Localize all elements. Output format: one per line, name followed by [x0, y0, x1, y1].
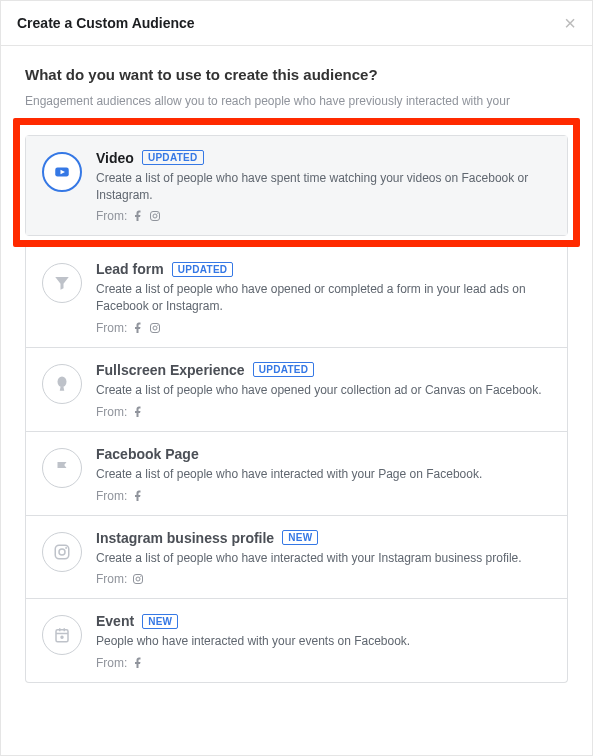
option-title: Video: [96, 150, 134, 166]
option-desc: Create a list of people who have spent t…: [96, 170, 551, 204]
option-desc: Create a list of people who have interac…: [96, 466, 551, 483]
calendar-icon: [42, 615, 82, 655]
from-label: From:: [96, 209, 127, 223]
svg-point-6: [157, 325, 158, 326]
modal-title: Create a Custom Audience: [17, 15, 195, 31]
option-desc: Create a list of people who have interac…: [96, 550, 551, 567]
badge-new: NEW: [142, 614, 178, 629]
svg-point-2: [153, 214, 157, 218]
flag-icon: [42, 448, 82, 488]
svg-point-12: [136, 577, 140, 581]
instagram-icon: [42, 532, 82, 572]
facebook-icon: [132, 657, 144, 669]
video-icon: [42, 152, 82, 192]
option-desc: Create a list of people who have opened …: [96, 281, 551, 315]
option-title: Fullscreen Experience: [96, 362, 245, 378]
badge-updated: UPDATED: [253, 362, 315, 377]
option-leadform[interactable]: Lead form UPDATED Create a list of peopl…: [26, 247, 567, 348]
option-title: Event: [96, 613, 134, 629]
option-title: Instagram business profile: [96, 530, 274, 546]
from-row: From:: [96, 321, 551, 335]
facebook-icon: [132, 210, 144, 222]
from-row: From:: [96, 656, 551, 670]
svg-point-15: [61, 637, 63, 639]
svg-point-10: [65, 546, 67, 548]
from-row: From:: [96, 405, 551, 419]
option-desc: People who have interacted with your eve…: [96, 633, 551, 650]
from-label: From:: [96, 656, 127, 670]
badge-new: NEW: [282, 530, 318, 545]
option-desc: Create a list of people who have opened …: [96, 382, 551, 399]
instagram-icon: [132, 573, 144, 585]
modal-body: What do you want to use to create this a…: [1, 46, 592, 703]
funnel-icon: [42, 263, 82, 303]
modal-header: Create a Custom Audience ×: [1, 1, 592, 46]
svg-point-3: [157, 213, 158, 214]
from-label: From:: [96, 321, 127, 335]
option-list-rest: Lead form UPDATED Create a list of peopl…: [25, 247, 568, 683]
highlight-box: Video UPDATED Create a list of people wh…: [13, 118, 580, 248]
balloon-icon: [42, 364, 82, 404]
svg-point-5: [153, 326, 157, 330]
facebook-icon: [132, 490, 144, 502]
facebook-icon: [132, 322, 144, 334]
svg-point-9: [59, 549, 65, 555]
audience-subtext: Engagement audiences allow you to reach …: [25, 93, 568, 110]
from-label: From:: [96, 572, 127, 586]
option-title: Lead form: [96, 261, 164, 277]
from-label: From:: [96, 405, 127, 419]
option-igprofile[interactable]: Instagram business profile NEW Create a …: [26, 516, 567, 600]
audience-question: What do you want to use to create this a…: [25, 66, 568, 83]
option-event[interactable]: Event NEW People who have interacted wit…: [26, 599, 567, 682]
from-row: From:: [96, 489, 551, 503]
from-row: From:: [96, 572, 551, 586]
option-list-first: Video UPDATED Create a list of people wh…: [25, 135, 568, 237]
option-fullscreen[interactable]: Fullscreen Experience UPDATED Create a l…: [26, 348, 567, 432]
option-title: Facebook Page: [96, 446, 199, 462]
create-audience-modal: Create a Custom Audience × What do you w…: [0, 0, 593, 756]
close-icon[interactable]: ×: [564, 13, 576, 33]
svg-point-13: [140, 576, 141, 577]
svg-point-7: [58, 376, 67, 387]
instagram-icon: [149, 210, 161, 222]
from-label: From:: [96, 489, 127, 503]
from-row: From:: [96, 209, 551, 223]
badge-updated: UPDATED: [142, 150, 204, 165]
facebook-icon: [132, 406, 144, 418]
option-video[interactable]: Video UPDATED Create a list of people wh…: [26, 136, 567, 236]
instagram-icon: [149, 322, 161, 334]
option-page[interactable]: Facebook Page Create a list of people wh…: [26, 432, 567, 516]
badge-updated: UPDATED: [172, 262, 234, 277]
